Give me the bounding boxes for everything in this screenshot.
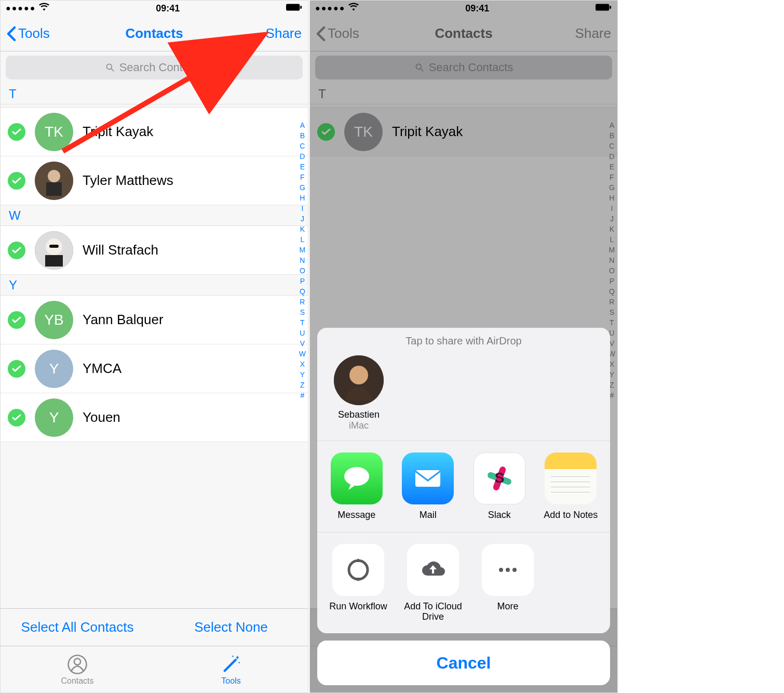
select-all-button[interactable]: Select All Contacts — [1, 619, 154, 635]
check-icon[interactable] — [8, 172, 25, 190]
svg-point-37 — [499, 568, 503, 572]
status-time: 09:41 — [156, 3, 180, 14]
section-header-w: W — [1, 205, 308, 226]
share-app-notes[interactable]: Add to Notes — [542, 452, 600, 521]
airdrop-hint: Tap to share with AirDrop — [317, 328, 610, 352]
svg-point-12 — [74, 658, 80, 664]
avatar — [334, 355, 384, 405]
back-label: Tools — [18, 25, 50, 42]
share-app-mail[interactable]: Mail — [399, 452, 457, 521]
avatar: Y — [35, 350, 73, 388]
contact-name: Yann Balquer — [83, 312, 164, 328]
svg-text:S: S — [494, 470, 504, 486]
airdrop-device: iMac — [328, 420, 390, 431]
svg-point-39 — [512, 568, 517, 572]
svg-point-27 — [349, 366, 368, 384]
selection-toolbar: Select All Contacts Select None — [1, 608, 308, 646]
avatar: YB — [35, 301, 73, 339]
share-action-icloud[interactable]: Add To iCloud Drive — [402, 544, 464, 622]
tab-bar: Contacts Tools — [1, 646, 308, 692]
check-icon[interactable] — [8, 123, 25, 141]
svg-point-5 — [48, 170, 60, 182]
share-action-workflow[interactable]: Run Workflow — [328, 544, 389, 622]
icloud-icon — [407, 544, 459, 596]
section-header-t: T — [1, 84, 308, 104]
airdrop-target[interactable]: Sebastien iMac — [328, 355, 390, 431]
status-bar: ●●●●● 09:41 — [1, 1, 308, 16]
contacts-icon — [66, 654, 88, 675]
share-button[interactable]: Share — [266, 25, 302, 42]
check-icon[interactable] — [8, 311, 25, 329]
svg-point-15 — [232, 655, 234, 657]
contact-row[interactable]: Y Youen — [1, 393, 308, 442]
airdrop-name: Sebastien — [328, 409, 390, 420]
contact-row[interactable]: Will Strafach — [1, 226, 308, 275]
workflow-icon — [332, 544, 384, 596]
svg-rect-29 — [415, 470, 440, 487]
tab-tools[interactable]: Tools — [154, 646, 308, 692]
battery-icon — [286, 3, 303, 14]
contact-name: Will Strafach — [83, 242, 158, 258]
search-placeholder: Search Contacts — [119, 61, 204, 74]
svg-rect-6 — [46, 182, 62, 196]
share-action-more[interactable]: More — [477, 544, 538, 622]
navigation-bar: Tools Contacts Share — [1, 16, 308, 51]
share-sheet: Tap to share with AirDrop Sebastien iMac… — [317, 328, 610, 685]
contact-name: Tyler Matthews — [83, 172, 173, 189]
contact-row[interactable]: YB Yann Balquer — [1, 296, 308, 344]
avatar — [35, 231, 73, 270]
svg-point-28 — [344, 467, 369, 486]
message-icon — [331, 452, 383, 504]
share-apps-row[interactable]: Message Mail S Sl — [317, 441, 610, 532]
check-icon[interactable] — [8, 409, 25, 427]
share-app-message[interactable]: Message — [328, 452, 386, 521]
section-header-y: Y — [1, 275, 308, 296]
avatar: TK — [35, 113, 73, 151]
slack-icon: S — [474, 452, 525, 504]
phone-left: ●●●●● 09:41 Tools Contacts Share Search … — [0, 0, 308, 693]
avatar — [35, 162, 73, 200]
svg-point-33 — [349, 561, 368, 579]
check-icon[interactable] — [8, 242, 25, 259]
check-icon[interactable] — [8, 360, 25, 378]
contact-name: Tripit Kayak — [83, 124, 153, 140]
share-app-slack[interactable]: S Slack — [470, 452, 529, 521]
contact-name: Youen — [83, 409, 120, 425]
back-button[interactable]: Tools — [7, 25, 50, 42]
svg-point-2 — [106, 64, 112, 69]
svg-rect-1 — [300, 6, 302, 9]
search-icon — [105, 62, 115, 73]
wifi-icon — [39, 2, 49, 15]
wand-icon — [220, 654, 242, 675]
phone-right: ●●●●● 09:41 Tools Contacts Share Search … — [309, 0, 618, 693]
signal-dots-icon: ●●●●● — [6, 4, 36, 13]
mail-icon — [402, 452, 454, 504]
svg-rect-0 — [286, 4, 300, 10]
select-none-button[interactable]: Select None — [154, 619, 308, 635]
search-input[interactable]: Search Contacts — [6, 56, 303, 79]
svg-rect-9 — [49, 245, 59, 248]
contact-row[interactable]: Y YMCA — [1, 344, 308, 393]
svg-line-13 — [225, 660, 236, 671]
tab-contacts[interactable]: Contacts — [1, 646, 154, 692]
svg-point-38 — [506, 568, 510, 572]
contact-name: YMCA — [83, 361, 121, 377]
notes-icon — [545, 452, 597, 504]
more-icon — [482, 544, 534, 596]
svg-line-3 — [111, 69, 113, 71]
section-index[interactable]: ABCDEFGHIJKLMNOPQRSTUVWXYZ# — [299, 120, 306, 401]
share-actions-row[interactable]: Run Workflow Add To iCloud Drive More — [317, 532, 610, 633]
contact-row[interactable]: TK Tripit Kayak — [1, 108, 308, 156]
contact-row[interactable]: Tyler Matthews — [1, 156, 308, 205]
cancel-button[interactable]: Cancel — [317, 641, 610, 685]
avatar: Y — [35, 398, 73, 437]
svg-rect-10 — [45, 255, 63, 266]
svg-point-16 — [238, 662, 240, 663]
search-row: Search Contacts — [1, 51, 308, 84]
